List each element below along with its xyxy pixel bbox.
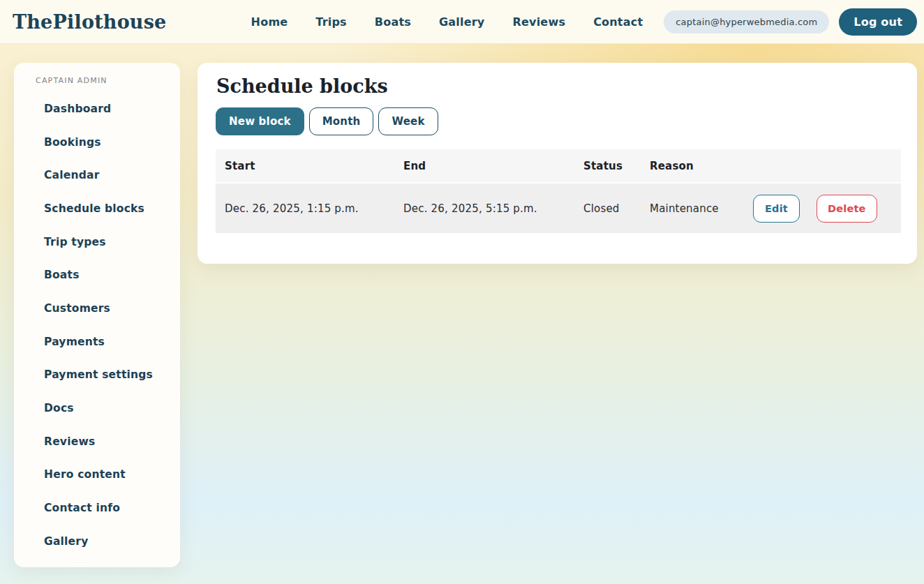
sidebar-item-trip-types[interactable]: Trip types xyxy=(14,225,180,259)
nav-item-home[interactable]: Home xyxy=(251,15,288,29)
sidebar-item-bookings[interactable]: Bookings xyxy=(14,126,180,159)
table-header-row: Start End Status Reason xyxy=(216,149,901,183)
nav-item-boats[interactable]: Boats xyxy=(375,15,411,29)
nav-item-reviews[interactable]: Reviews xyxy=(512,15,565,29)
top-header: ThePilothouse Home Trips Boats Gallery R… xyxy=(0,0,924,44)
nav-item-gallery[interactable]: Gallery xyxy=(439,15,484,29)
sidebar-item-payments[interactable]: Payments xyxy=(14,325,180,359)
nav-item-contact[interactable]: Contact xyxy=(593,15,643,29)
new-block-button[interactable]: New block xyxy=(216,107,304,135)
cell-end: Dec. 26, 2025, 5:15 p.m. xyxy=(394,183,574,233)
sidebar-item-boats[interactable]: Boats xyxy=(14,258,180,292)
edit-button[interactable]: Edit xyxy=(753,195,800,223)
schedule-blocks-panel: Schedule blocks New block Month Week Sta… xyxy=(198,63,917,264)
actions-row: New block Month Week xyxy=(216,107,900,135)
user-email-badge: captain@hyperwebmedia.com xyxy=(664,10,829,33)
month-view-button[interactable]: Month xyxy=(309,107,374,135)
column-header-end: End xyxy=(394,149,574,183)
sidebar-item-gallery[interactable]: Gallery xyxy=(14,525,180,558)
sidebar-item-docs[interactable]: Docs xyxy=(14,391,180,425)
logout-button[interactable]: Log out xyxy=(839,8,917,36)
week-view-button[interactable]: Week xyxy=(378,107,438,135)
main-nav: Home Trips Boats Gallery Reviews Contact xyxy=(251,15,643,29)
brand-logo[interactable]: ThePilothouse xyxy=(13,11,166,33)
sidebar-item-customers[interactable]: Customers xyxy=(14,292,180,325)
sidebar-item-schedule-blocks[interactable]: Schedule blocks xyxy=(14,192,180,225)
cell-start: Dec. 26, 2025, 1:15 p.m. xyxy=(216,183,394,233)
sidebar-item-hero-content[interactable]: Hero content xyxy=(14,458,180,492)
cell-status: Closed xyxy=(574,183,641,233)
sidebar-section-title: CAPTAIN ADMIN xyxy=(36,76,180,85)
schedule-blocks-table: Start End Status Reason Dec. 26, 2025, 1… xyxy=(216,149,901,233)
column-header-start: Start xyxy=(216,149,394,183)
column-header-status: Status xyxy=(574,149,641,183)
cell-reason: Maintenance xyxy=(641,183,744,233)
sidebar-item-contact-info[interactable]: Contact info xyxy=(14,491,180,525)
column-header-actions xyxy=(744,149,901,183)
sidebar-item-calendar[interactable]: Calendar xyxy=(14,158,180,192)
table-row: Dec. 26, 2025, 1:15 p.m. Dec. 26, 2025, … xyxy=(216,183,901,233)
cell-actions: Edit Delete xyxy=(744,183,901,233)
delete-button[interactable]: Delete xyxy=(817,195,877,223)
sidebar-list: Dashboard Bookings Calendar Schedule blo… xyxy=(14,92,180,558)
page-title: Schedule blocks xyxy=(216,75,900,97)
sidebar-item-payment-settings[interactable]: Payment settings xyxy=(14,359,180,392)
sidebar-item-dashboard[interactable]: Dashboard xyxy=(14,92,180,126)
column-header-reason: Reason xyxy=(641,149,744,183)
admin-sidebar: CAPTAIN ADMIN Dashboard Bookings Calenda… xyxy=(14,63,180,567)
row-actions: Edit Delete xyxy=(753,195,901,223)
nav-item-trips[interactable]: Trips xyxy=(315,15,347,29)
sidebar-item-reviews[interactable]: Reviews xyxy=(14,425,180,458)
